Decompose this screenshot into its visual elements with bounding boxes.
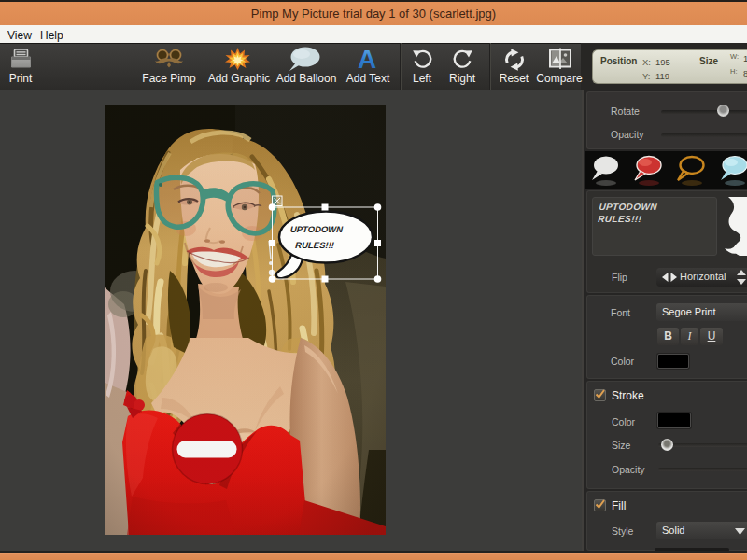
svg-text:A: A [358,47,376,71]
svg-text:RULES!!!: RULES!!! [295,240,334,250]
svg-text:UPTODOWN: UPTODOWN [290,224,345,234]
